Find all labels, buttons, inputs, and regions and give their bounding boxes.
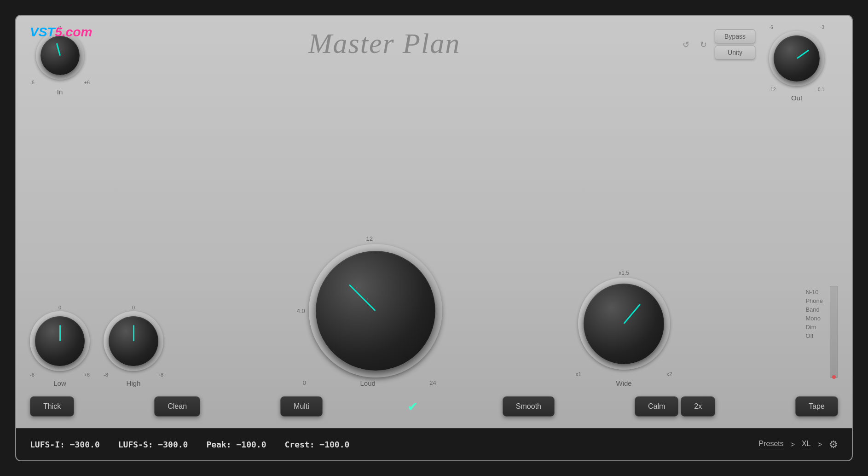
loud-knob-area: 12 4.0 0 Loud 24: [297, 235, 442, 387]
presets-label[interactable]: Presets: [758, 440, 783, 449]
out-scale-bl: -12: [769, 87, 775, 92]
lightning-symbol: ✔: [403, 399, 422, 414]
low-knob-area: 0 -6 +6 Low: [30, 305, 90, 387]
thick-button[interactable]: Thick: [30, 396, 74, 417]
wide-scale-left: x1: [576, 371, 582, 377]
out-knob-ring: [769, 31, 824, 86]
peak-display: Peak: −100.0: [206, 440, 266, 449]
loud-scale-top: 12: [366, 235, 373, 242]
wide-knob[interactable]: [584, 284, 664, 364]
wide-knob-label: Wide: [616, 379, 632, 387]
plugin-title: Master Plan: [90, 27, 679, 60]
undo-redo-area: ↺ ↻: [679, 38, 710, 52]
wide-scale-top: x1.5: [619, 270, 629, 276]
in-scale-left: -6: [30, 80, 35, 85]
out-scale-tr: -3: [820, 25, 824, 30]
wide-knob-ring: [578, 278, 670, 370]
plugin-container: VST5.com 0 -6 +6 In Master: [15, 15, 853, 461]
two-x-button[interactable]: 2x: [681, 396, 715, 417]
wide-scale-right: x2: [666, 371, 672, 377]
high-scale-right: +8: [157, 372, 163, 377]
main-area: VST5.com 0 -6 +6 In Master: [16, 16, 852, 428]
controls-row: 0 -6 +6 Low 0: [30, 111, 838, 392]
mode-item-band[interactable]: Band: [805, 306, 823, 313]
mode-item-mono[interactable]: Mono: [805, 314, 823, 322]
logo-5: 5: [55, 25, 62, 39]
high-knob[interactable]: [109, 316, 158, 366]
mode-item-dim[interactable]: Dim: [805, 323, 823, 331]
out-scale-br: -0.1: [816, 87, 824, 92]
high-knob-label: High: [127, 379, 141, 387]
loud-knob[interactable]: [316, 251, 435, 371]
title-area: Master Plan: [90, 25, 679, 60]
loud-scale-bl: 0: [303, 379, 306, 387]
multi-button[interactable]: Multi: [280, 396, 323, 417]
out-scale-top: -6 -3: [769, 25, 824, 30]
undo-button[interactable]: ↺: [679, 38, 693, 52]
low-knob-ring: [30, 311, 90, 371]
out-scale-tl: -6: [769, 25, 773, 30]
clean-button[interactable]: Clean: [154, 396, 200, 417]
presets-arrow[interactable]: >: [791, 441, 795, 449]
status-bar: LUFS-I: −300.0 LUFS-S: −300.0 Peak: −100…: [16, 428, 852, 460]
calm-2x-group: Calm 2x: [635, 396, 715, 417]
calm-button[interactable]: Calm: [635, 396, 678, 417]
in-knob-scale: -6 +6: [30, 80, 90, 85]
redo-button[interactable]: ↻: [696, 38, 710, 52]
low-knob-indicator: [59, 325, 61, 341]
slider-dot: [832, 375, 836, 379]
high-knob-indicator: [133, 325, 134, 341]
out-knob[interactable]: [774, 35, 820, 81]
high-knob-area: 0 -8 +8 High: [104, 305, 163, 387]
xl-label[interactable]: XL: [802, 440, 811, 449]
tape-button[interactable]: Tape: [795, 396, 838, 417]
right-controls: N-10 Phone Band Mono Dim Off: [805, 286, 838, 387]
mode-list: N-10 Phone Band Mono Dim Off: [805, 286, 823, 340]
mode-item-n10[interactable]: N-10: [805, 288, 823, 296]
buttons-row: Thick Clean Multi ✔ Smooth Calm 2x Tape: [30, 392, 838, 424]
low-knob-label: Low: [53, 379, 66, 387]
mode-item-off[interactable]: Off: [805, 332, 823, 340]
lufs-s-display: LUFS-S: −300.0: [118, 440, 188, 449]
low-scale-top: 0: [58, 305, 61, 310]
loud-knob-indicator: [349, 284, 376, 311]
bypass-unity-buttons: Bypass Unity: [715, 29, 755, 59]
top-row: 0 -6 +6 In Master Plan: [30, 25, 838, 102]
smooth-button[interactable]: Smooth: [503, 396, 555, 417]
wide-scale-bottom: x1 x2: [576, 371, 672, 377]
low-scale-left: -6: [30, 372, 35, 377]
settings-icon[interactable]: ⚙: [829, 439, 838, 451]
loud-knob-ring: [309, 244, 442, 377]
loud-scale-bottom: 0 Loud 24: [303, 379, 436, 387]
in-scale-right: +6: [84, 80, 90, 85]
loud-scale-left: 4.0: [297, 308, 305, 314]
low-knob-scale-bottom: -6 +6: [30, 372, 90, 377]
in-knob[interactable]: [41, 36, 80, 75]
in-knob-indicator: [56, 43, 60, 56]
logo-text: VST5.com: [30, 25, 92, 39]
logo-com: .com: [62, 25, 92, 39]
low-high-area: 0 -6 +6 Low 0: [30, 305, 163, 387]
high-scale-top: 0: [132, 305, 135, 310]
logo-area: VST5.com: [30, 25, 92, 40]
vertical-slider[interactable]: [830, 286, 838, 378]
wide-knob-indicator: [623, 304, 641, 324]
out-knob-area: -6 -3 -12 -0.1 Out: [755, 25, 838, 102]
loud-knob-label: Loud: [360, 379, 375, 387]
low-knob[interactable]: [35, 316, 85, 366]
unity-button[interactable]: Unity: [715, 46, 755, 59]
xl-arrow[interactable]: >: [818, 441, 822, 449]
loud-knob-wrapper: 4.0: [297, 244, 442, 377]
mode-item-phone[interactable]: Phone: [805, 297, 823, 305]
presets-area: Presets > XL > ⚙: [758, 439, 838, 451]
crest-display: Crest: −100.0: [284, 440, 349, 449]
top-right-area: ↺ ↻ Bypass Unity: [679, 25, 755, 59]
vertical-slider-area: [830, 286, 838, 387]
top-right-controls: ↺ ↻ Bypass Unity: [679, 25, 755, 59]
logo-vst: VST: [30, 25, 55, 39]
out-scale-bottom: -12 -0.1: [769, 87, 824, 92]
low-scale-right: +6: [84, 372, 90, 377]
bypass-button[interactable]: Bypass: [715, 29, 755, 43]
lufs-i-display: LUFS-I: −300.0: [30, 440, 100, 449]
wide-knob-area: x1.5 x1 x2 Wide: [576, 270, 672, 387]
